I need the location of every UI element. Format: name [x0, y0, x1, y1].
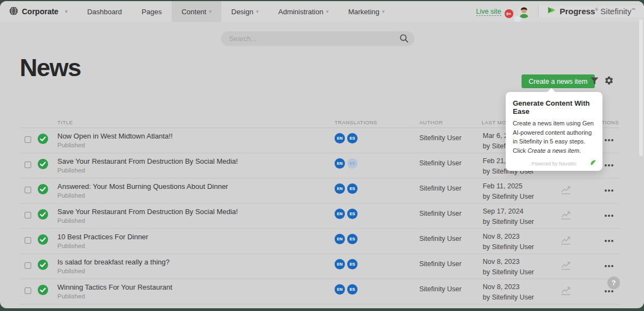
translation-badge-en[interactable]: EN: [335, 158, 345, 169]
news-item-title[interactable]: Is salad for breakfast really a thing?: [57, 258, 169, 266]
nav-item-marketing[interactable]: Marketing: [338, 1, 395, 22]
ellipsis-icon: [605, 164, 613, 166]
title-cell: Save Your Restaurant From Destruction By…: [57, 157, 238, 174]
nav-label: Dashboard: [87, 8, 122, 16]
analytics-chart-icon[interactable]: [561, 286, 571, 297]
nav-item-administration[interactable]: Administration: [268, 1, 338, 22]
title-cell: Now Open in West Midtown Atlanta!! Publi…: [57, 132, 173, 148]
row-checkbox[interactable]: [25, 287, 31, 294]
news-item-status: Published: [57, 268, 169, 274]
chevron-down-icon: [65, 9, 68, 14]
modified-by: by Sitefinity User: [483, 217, 534, 227]
brand-name: Progress: [560, 7, 595, 16]
row-checkbox[interactable]: [25, 162, 31, 168]
translation-badge-es[interactable]: ES: [347, 183, 358, 194]
published-status-icon: [38, 234, 48, 247]
modified-date: Nov 8, 2023: [483, 282, 534, 292]
last-modified-cell: Nov 8, 2023 by Sitefinity User: [483, 282, 534, 303]
ellipsis-icon: [605, 189, 613, 192]
filter-icon[interactable]: [590, 77, 599, 87]
live-site-link[interactable]: Live site: [476, 8, 501, 16]
news-item-status: Published: [57, 192, 228, 199]
analytics-chart-icon[interactable]: [561, 236, 571, 247]
navattic-logo-icon: [590, 159, 596, 167]
translation-badge-en[interactable]: EN: [335, 234, 345, 244]
globe-icon: [9, 7, 18, 17]
site-switcher-label: Corporate: [22, 7, 58, 16]
row-actions-button[interactable]: [605, 139, 613, 141]
news-item-title[interactable]: Winning Tactics For Your Restaurant: [57, 283, 172, 291]
translation-badge-es[interactable]: ES: [347, 133, 358, 143]
news-item-title[interactable]: Save Your Restaurant From Destruction By…: [57, 208, 238, 216]
table-row: 10 Best Practices For Dinner Published E…: [20, 229, 619, 254]
nav-item-design[interactable]: Design: [221, 1, 268, 22]
translation-badge-en[interactable]: EN: [335, 209, 345, 219]
popup-title: Generate Content With Ease: [513, 99, 595, 116]
help-button[interactable]: ?: [607, 277, 620, 289]
modified-by: by Sitefinity User: [483, 267, 534, 278]
translation-badge-en[interactable]: EN: [335, 259, 345, 269]
popup-body-italic: Create a news item.: [528, 147, 581, 154]
nav-label: Administration: [278, 8, 323, 16]
row-actions-button[interactable]: [605, 164, 613, 166]
notification-count-badge: 9+: [505, 9, 513, 18]
translation-badge-es[interactable]: ES: [347, 158, 358, 169]
row-actions-button[interactable]: [605, 290, 613, 292]
news-item-title[interactable]: 10 Best Practices For Dinner: [57, 233, 148, 241]
brand-logo: Progress® Sitefinity™: [538, 5, 644, 18]
popup-body: Create a news item using Gen AI-powered …: [513, 119, 595, 155]
app-window: Corporate Dashboard Pages Content Design…: [0, 1, 644, 308]
vertical-scrollbar[interactable]: [639, 19, 643, 156]
translation-badge-es[interactable]: ES: [347, 284, 358, 295]
translation-badge-en[interactable]: EN: [335, 183, 345, 194]
row-actions-button[interactable]: [605, 265, 613, 267]
translation-badge-en[interactable]: EN: [335, 284, 345, 295]
row-checkbox[interactable]: [25, 212, 31, 218]
ellipsis-icon: [605, 240, 613, 242]
translation-badge-en[interactable]: EN: [335, 133, 345, 143]
news-item-status: Published: [57, 217, 238, 224]
row-checkbox[interactable]: [25, 237, 31, 244]
last-modified-cell: Nov 8, 2023 by Sitefinity User: [483, 232, 534, 253]
news-item-title[interactable]: Now Open in West Midtown Atlanta!!: [57, 132, 173, 140]
search-icon[interactable]: [400, 34, 408, 45]
author-cell: Sitefinity User: [419, 159, 461, 167]
nav-item-dashboard[interactable]: Dashboard: [77, 1, 132, 22]
news-item-title[interactable]: Save Your Restaurant From Destruction By…: [57, 157, 238, 165]
translation-badge-es[interactable]: ES: [347, 209, 358, 219]
analytics-chart-icon[interactable]: [561, 186, 571, 197]
ellipsis-icon: [605, 265, 613, 267]
nav-item-pages[interactable]: Pages: [132, 1, 172, 22]
row-actions-button[interactable]: [605, 189, 613, 192]
row-checkbox[interactable]: [25, 136, 31, 143]
row-actions-button[interactable]: [605, 215, 613, 217]
create-news-item-button[interactable]: Create a news item: [522, 74, 595, 88]
translation-badge-es[interactable]: ES: [347, 234, 358, 244]
search-input[interactable]: [221, 31, 414, 46]
table-row: Save Your Restaurant From Destruction By…: [20, 204, 619, 229]
nav-label: Pages: [142, 8, 162, 16]
site-switcher[interactable]: Corporate: [0, 1, 77, 22]
published-status-icon: [38, 285, 48, 297]
nav-item-content[interactable]: Content: [172, 1, 221, 22]
news-item-title[interactable]: Answered: Your Most Burning Questions Ab…: [57, 182, 228, 191]
title-cell: Winning Tactics For Your Restaurant Publ…: [57, 283, 172, 300]
row-checkbox[interactable]: [25, 262, 31, 269]
ellipsis-icon: [605, 215, 613, 217]
topbar-right: Live site 9+: [476, 1, 644, 22]
analytics-chart-icon[interactable]: [561, 261, 571, 272]
table-row: Is salad for breakfast really a thing? P…: [20, 254, 619, 279]
gear-icon[interactable]: [604, 76, 614, 88]
published-status-icon: [38, 184, 48, 197]
author-cell: Sitefinity User: [419, 235, 461, 243]
analytics-chart-icon[interactable]: [561, 211, 571, 222]
chevron-down-icon: [256, 9, 259, 14]
row-checkbox[interactable]: [25, 187, 31, 193]
modified-date: Feb 11, 2025: [483, 181, 534, 192]
title-cell: Answered: Your Most Burning Questions Ab…: [57, 182, 228, 199]
modified-by: by Sitefinity User: [483, 192, 534, 202]
news-item-status: Published: [57, 243, 148, 249]
translation-badge-es[interactable]: ES: [347, 259, 358, 269]
popup-footer-text: Powered by Navattic: [531, 161, 577, 166]
row-actions-button[interactable]: [605, 240, 613, 242]
